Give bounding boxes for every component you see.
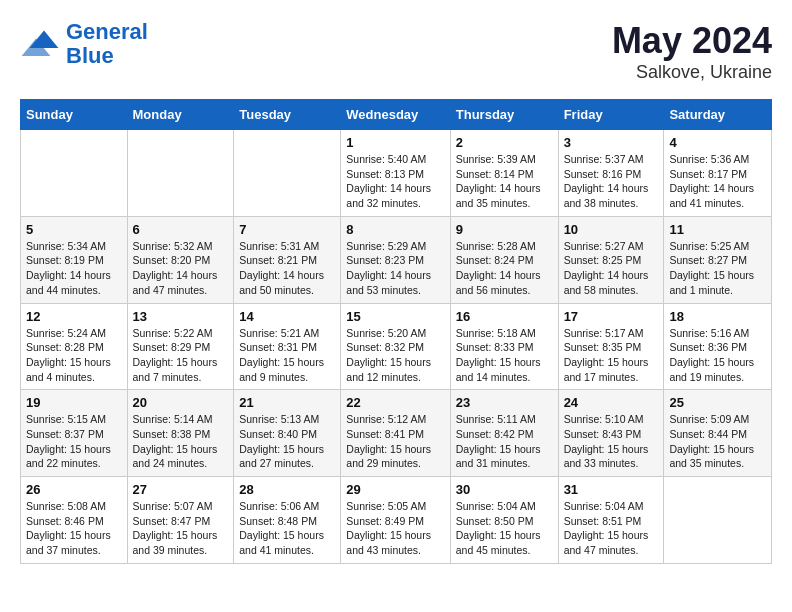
day-info: Sunrise: 5:15 AM Sunset: 8:37 PM Dayligh…: [26, 412, 122, 471]
calendar-cell: 27Sunrise: 5:07 AM Sunset: 8:47 PM Dayli…: [127, 477, 234, 564]
day-number: 12: [26, 309, 122, 324]
day-number: 1: [346, 135, 444, 150]
day-info: Sunrise: 5:40 AM Sunset: 8:13 PM Dayligh…: [346, 152, 444, 211]
week-row-3: 12Sunrise: 5:24 AM Sunset: 8:28 PM Dayli…: [21, 303, 772, 390]
day-number: 18: [669, 309, 766, 324]
month-year: May 2024: [612, 20, 772, 62]
week-row-2: 5Sunrise: 5:34 AM Sunset: 8:19 PM Daylig…: [21, 216, 772, 303]
day-number: 27: [133, 482, 229, 497]
day-number: 2: [456, 135, 553, 150]
day-info: Sunrise: 5:21 AM Sunset: 8:31 PM Dayligh…: [239, 326, 335, 385]
day-number: 3: [564, 135, 659, 150]
day-info: Sunrise: 5:29 AM Sunset: 8:23 PM Dayligh…: [346, 239, 444, 298]
calendar-cell: 29Sunrise: 5:05 AM Sunset: 8:49 PM Dayli…: [341, 477, 450, 564]
calendar-cell: 19Sunrise: 5:15 AM Sunset: 8:37 PM Dayli…: [21, 390, 128, 477]
day-number: 7: [239, 222, 335, 237]
day-number: 16: [456, 309, 553, 324]
calendar-cell: 16Sunrise: 5:18 AM Sunset: 8:33 PM Dayli…: [450, 303, 558, 390]
week-row-4: 19Sunrise: 5:15 AM Sunset: 8:37 PM Dayli…: [21, 390, 772, 477]
calendar-cell: 20Sunrise: 5:14 AM Sunset: 8:38 PM Dayli…: [127, 390, 234, 477]
calendar-cell: 2Sunrise: 5:39 AM Sunset: 8:14 PM Daylig…: [450, 130, 558, 217]
calendar-cell: 23Sunrise: 5:11 AM Sunset: 8:42 PM Dayli…: [450, 390, 558, 477]
calendar-cell: 4Sunrise: 5:36 AM Sunset: 8:17 PM Daylig…: [664, 130, 772, 217]
day-number: 8: [346, 222, 444, 237]
day-number: 21: [239, 395, 335, 410]
day-header-sunday: Sunday: [21, 100, 128, 130]
title-block: May 2024 Salkove, Ukraine: [612, 20, 772, 83]
day-number: 17: [564, 309, 659, 324]
day-number: 14: [239, 309, 335, 324]
calendar-cell: 9Sunrise: 5:28 AM Sunset: 8:24 PM Daylig…: [450, 216, 558, 303]
location: Salkove, Ukraine: [612, 62, 772, 83]
day-number: 4: [669, 135, 766, 150]
day-number: 10: [564, 222, 659, 237]
day-number: 15: [346, 309, 444, 324]
calendar-cell: 25Sunrise: 5:09 AM Sunset: 8:44 PM Dayli…: [664, 390, 772, 477]
day-number: 13: [133, 309, 229, 324]
day-number: 9: [456, 222, 553, 237]
day-number: 29: [346, 482, 444, 497]
calendar-cell: 24Sunrise: 5:10 AM Sunset: 8:43 PM Dayli…: [558, 390, 664, 477]
day-info: Sunrise: 5:34 AM Sunset: 8:19 PM Dayligh…: [26, 239, 122, 298]
day-number: 24: [564, 395, 659, 410]
day-number: 25: [669, 395, 766, 410]
day-info: Sunrise: 5:36 AM Sunset: 8:17 PM Dayligh…: [669, 152, 766, 211]
calendar-cell: 11Sunrise: 5:25 AM Sunset: 8:27 PM Dayli…: [664, 216, 772, 303]
calendar-cell: 14Sunrise: 5:21 AM Sunset: 8:31 PM Dayli…: [234, 303, 341, 390]
day-info: Sunrise: 5:07 AM Sunset: 8:47 PM Dayligh…: [133, 499, 229, 558]
day-number: 28: [239, 482, 335, 497]
day-info: Sunrise: 5:13 AM Sunset: 8:40 PM Dayligh…: [239, 412, 335, 471]
day-info: Sunrise: 5:16 AM Sunset: 8:36 PM Dayligh…: [669, 326, 766, 385]
day-header-friday: Friday: [558, 100, 664, 130]
calendar-cell: [234, 130, 341, 217]
day-info: Sunrise: 5:20 AM Sunset: 8:32 PM Dayligh…: [346, 326, 444, 385]
calendar-cell: 28Sunrise: 5:06 AM Sunset: 8:48 PM Dayli…: [234, 477, 341, 564]
calendar-cell: 30Sunrise: 5:04 AM Sunset: 8:50 PM Dayli…: [450, 477, 558, 564]
page-header: General Blue May 2024 Salkove, Ukraine: [20, 20, 772, 83]
day-info: Sunrise: 5:24 AM Sunset: 8:28 PM Dayligh…: [26, 326, 122, 385]
calendar-cell: 8Sunrise: 5:29 AM Sunset: 8:23 PM Daylig…: [341, 216, 450, 303]
day-header-tuesday: Tuesday: [234, 100, 341, 130]
logo-text: General Blue: [66, 20, 148, 68]
day-number: 5: [26, 222, 122, 237]
day-info: Sunrise: 5:06 AM Sunset: 8:48 PM Dayligh…: [239, 499, 335, 558]
day-number: 6: [133, 222, 229, 237]
day-info: Sunrise: 5:09 AM Sunset: 8:44 PM Dayligh…: [669, 412, 766, 471]
calendar-cell: 15Sunrise: 5:20 AM Sunset: 8:32 PM Dayli…: [341, 303, 450, 390]
day-info: Sunrise: 5:04 AM Sunset: 8:50 PM Dayligh…: [456, 499, 553, 558]
logo-line2: Blue: [66, 43, 114, 68]
week-row-1: 1Sunrise: 5:40 AM Sunset: 8:13 PM Daylig…: [21, 130, 772, 217]
calendar-cell: 12Sunrise: 5:24 AM Sunset: 8:28 PM Dayli…: [21, 303, 128, 390]
calendar-cell: 21Sunrise: 5:13 AM Sunset: 8:40 PM Dayli…: [234, 390, 341, 477]
calendar-cell: 5Sunrise: 5:34 AM Sunset: 8:19 PM Daylig…: [21, 216, 128, 303]
day-header-wednesday: Wednesday: [341, 100, 450, 130]
day-info: Sunrise: 5:31 AM Sunset: 8:21 PM Dayligh…: [239, 239, 335, 298]
calendar-cell: 6Sunrise: 5:32 AM Sunset: 8:20 PM Daylig…: [127, 216, 234, 303]
calendar-cell: [21, 130, 128, 217]
day-number: 20: [133, 395, 229, 410]
calendar-cell: 13Sunrise: 5:22 AM Sunset: 8:29 PM Dayli…: [127, 303, 234, 390]
day-number: 30: [456, 482, 553, 497]
day-info: Sunrise: 5:05 AM Sunset: 8:49 PM Dayligh…: [346, 499, 444, 558]
day-number: 22: [346, 395, 444, 410]
calendar-cell: [664, 477, 772, 564]
calendar-cell: 1Sunrise: 5:40 AM Sunset: 8:13 PM Daylig…: [341, 130, 450, 217]
day-info: Sunrise: 5:22 AM Sunset: 8:29 PM Dayligh…: [133, 326, 229, 385]
calendar-cell: 10Sunrise: 5:27 AM Sunset: 8:25 PM Dayli…: [558, 216, 664, 303]
calendar-header-row: SundayMondayTuesdayWednesdayThursdayFrid…: [21, 100, 772, 130]
logo-icon: [20, 24, 60, 64]
day-info: Sunrise: 5:18 AM Sunset: 8:33 PM Dayligh…: [456, 326, 553, 385]
calendar-cell: [127, 130, 234, 217]
calendar-cell: 26Sunrise: 5:08 AM Sunset: 8:46 PM Dayli…: [21, 477, 128, 564]
day-number: 11: [669, 222, 766, 237]
day-info: Sunrise: 5:10 AM Sunset: 8:43 PM Dayligh…: [564, 412, 659, 471]
day-info: Sunrise: 5:08 AM Sunset: 8:46 PM Dayligh…: [26, 499, 122, 558]
day-number: 26: [26, 482, 122, 497]
calendar-cell: 3Sunrise: 5:37 AM Sunset: 8:16 PM Daylig…: [558, 130, 664, 217]
day-info: Sunrise: 5:27 AM Sunset: 8:25 PM Dayligh…: [564, 239, 659, 298]
day-number: 19: [26, 395, 122, 410]
day-header-thursday: Thursday: [450, 100, 558, 130]
day-info: Sunrise: 5:37 AM Sunset: 8:16 PM Dayligh…: [564, 152, 659, 211]
day-info: Sunrise: 5:25 AM Sunset: 8:27 PM Dayligh…: [669, 239, 766, 298]
day-info: Sunrise: 5:32 AM Sunset: 8:20 PM Dayligh…: [133, 239, 229, 298]
